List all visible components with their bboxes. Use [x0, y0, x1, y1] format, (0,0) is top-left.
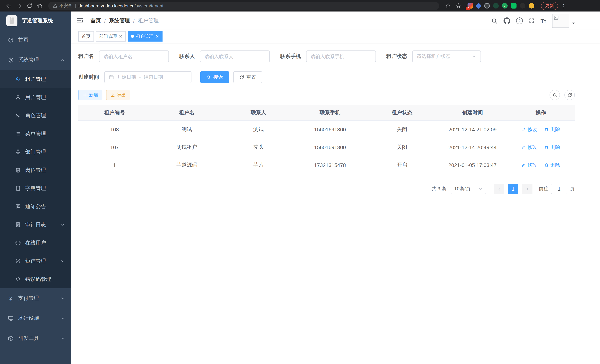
sidebar-item-infrastructure[interactable]: 基础设施 — [0, 308, 71, 328]
breadcrumb-system[interactable]: 系统管理 — [109, 18, 130, 24]
tab-departments[interactable]: 部门管理 — [96, 31, 126, 42]
speech-bubble-icon — [15, 204, 21, 209]
edit-link[interactable]: 修改 — [522, 126, 537, 133]
navbar-tools: ? TT — [491, 14, 575, 28]
sidebar-item-roles[interactable]: 角色管理 — [0, 106, 71, 125]
plus-icon — [83, 93, 87, 97]
filter-status: 租户状态 请选择租户状态 — [386, 50, 481, 62]
extension-icon-4[interactable] — [493, 3, 499, 9]
sidebar-item-system[interactable]: 系统管理 — [0, 50, 71, 70]
tenant-name-input[interactable] — [103, 54, 164, 59]
chevron-up-icon — [60, 58, 65, 62]
close-icon[interactable] — [119, 35, 122, 38]
share-button[interactable] — [443, 1, 453, 10]
browser-menu-icon[interactable]: ⋮ — [560, 3, 567, 9]
tab-tenant[interactable]: 租户管理 — [128, 31, 162, 42]
chevron-down-icon — [60, 336, 65, 341]
fullscreen-icon[interactable] — [529, 18, 534, 24]
sidebar-item-users[interactable]: 用户管理 — [0, 88, 71, 106]
browser-reload-button[interactable] — [25, 1, 34, 10]
sidebar-item-audit-log[interactable]: 审计日志 — [0, 215, 71, 234]
status-label: 租户状态 — [386, 53, 412, 60]
phone-input[interactable] — [310, 54, 371, 59]
edit-icon — [522, 127, 526, 131]
browser-forward-button[interactable] — [14, 1, 24, 10]
chevron-right-icon — [525, 187, 530, 191]
sidebar-item-payment[interactable]: ¥ 支付管理 — [0, 288, 71, 308]
breadcrumb-home[interactable]: 首页 — [91, 18, 101, 24]
sidebar-item-dictionary[interactable]: 字典管理 — [0, 179, 71, 197]
breadcrumb-separator: / — [104, 18, 106, 24]
address-bar[interactable]: 不安全 dashboard.yudao.iocoder.cn/system/te… — [48, 2, 439, 10]
edit-link[interactable]: 修改 — [522, 144, 537, 150]
chevron-down-icon — [472, 54, 477, 59]
sidebar-item-departments[interactable]: 部门管理 — [0, 143, 71, 161]
refresh-table-button[interactable] — [564, 90, 575, 100]
logo-rabbit-icon — [6, 15, 18, 26]
sidebar-item-error-codes[interactable]: 错误码管理 — [0, 270, 71, 288]
font-size-icon[interactable]: TT — [540, 18, 546, 24]
close-icon[interactable] — [155, 35, 159, 38]
hamburger-icon[interactable] — [76, 17, 84, 25]
next-page-button[interactable] — [522, 184, 533, 194]
delete-link[interactable]: 删除 — [544, 144, 560, 150]
sidebar-logo[interactable]: 芋道管理系统 — [0, 11, 71, 30]
page-number-1[interactable]: 1 — [508, 184, 518, 194]
bookmark-star-button[interactable] — [453, 1, 463, 10]
search-button[interactable]: 搜索 — [200, 71, 229, 83]
chevron-down-icon — [478, 187, 483, 191]
sidebar-item-positions[interactable]: 岗位管理 — [0, 161, 71, 179]
sidebar-submenu-system: 租户管理 用户管理 角色管理 菜单管理 — [0, 70, 71, 288]
contact-input[interactable] — [205, 54, 265, 59]
main-area: 首页 / 系统管理 / 租户管理 ? TT — [71, 11, 600, 364]
sidebar-item-online-users[interactable]: 在线用户 — [0, 234, 71, 252]
status-select[interactable]: 请选择租户状态 — [412, 50, 481, 62]
prev-page-button[interactable] — [494, 184, 504, 194]
browser-home-button[interactable] — [35, 1, 45, 10]
search-icon — [552, 93, 557, 97]
edit-link[interactable]: 修改 — [522, 162, 537, 168]
filter-phone: 联系手机 — [280, 50, 376, 62]
tab-home[interactable]: 首页 — [78, 31, 94, 42]
extension-icon-1[interactable]: 10 — [468, 3, 473, 9]
security-chip[interactable]: 不安全 — [53, 3, 72, 9]
export-button[interactable]: 导出 — [106, 90, 130, 100]
delete-link[interactable]: 删除 — [544, 126, 560, 133]
page-size-select[interactable]: 10条/页 — [451, 184, 486, 194]
add-button[interactable]: 新增 — [78, 90, 103, 100]
date-range-picker[interactable]: 开始日期 - 结束日期 — [104, 71, 191, 83]
delete-link[interactable]: 删除 — [544, 162, 560, 168]
chevron-down-icon — [60, 223, 65, 227]
extension-icon-7[interactable] — [520, 3, 525, 9]
extension-icon-3[interactable] — [484, 3, 490, 9]
reset-button[interactable]: 重置 — [233, 71, 262, 83]
browser-update-button[interactable]: 更新 — [541, 2, 558, 10]
github-icon[interactable] — [503, 18, 510, 24]
extension-icon-5[interactable]: ✓ — [502, 3, 508, 9]
toggle-search-button[interactable] — [550, 90, 560, 100]
page-content: 租户名 联系人 联系手机 租户状态 请选择租户状态 — [71, 43, 600, 364]
security-label: 不安全 — [59, 3, 72, 9]
sidebar-item-menus[interactable]: 菜单管理 — [0, 125, 71, 143]
header-search-icon[interactable] — [491, 18, 497, 24]
sidebar-item-home[interactable]: 首页 — [0, 30, 71, 50]
dashboard-icon — [8, 37, 14, 43]
breadcrumb-current: 租户管理 — [138, 18, 159, 24]
sidebar-item-dev-tools[interactable]: 研发工具 — [0, 328, 71, 348]
user-avatar[interactable] — [552, 14, 575, 28]
col-status: 租户状态 — [366, 105, 438, 121]
col-phone: 联系手机 — [294, 105, 366, 121]
goto-page-input[interactable] — [551, 184, 567, 194]
calendar-icon — [109, 75, 114, 80]
extension-icon-8[interactable] — [529, 3, 534, 9]
browser-back-button[interactable] — [4, 1, 13, 10]
sidebar-item-sms[interactable]: 短信管理 — [0, 252, 71, 270]
gear-icon — [8, 57, 14, 63]
extension-icon-6[interactable] — [511, 3, 516, 9]
box-icon — [8, 336, 14, 341]
extension-icon-2[interactable] — [476, 3, 482, 9]
sidebar-item-tenant[interactable]: 租户管理 — [0, 70, 71, 88]
filter-row-2: 创建时间 开始日期 - 结束日期 搜索 重置 — [78, 71, 575, 83]
sidebar-item-notices[interactable]: 通知公告 — [0, 197, 71, 215]
help-icon[interactable]: ? — [516, 18, 523, 24]
